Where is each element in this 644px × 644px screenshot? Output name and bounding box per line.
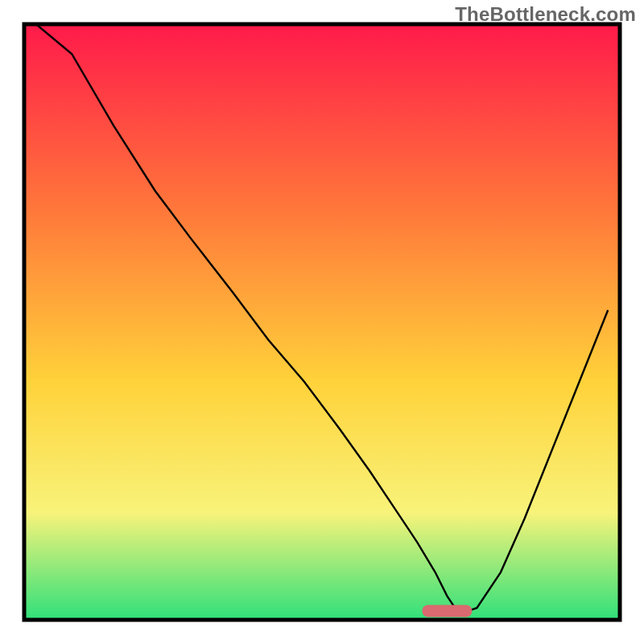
bottleneck-chart: TheBottleneck.com bbox=[0, 0, 644, 644]
chart-svg bbox=[0, 0, 644, 644]
plot-background bbox=[24, 24, 620, 620]
optimal-marker bbox=[422, 605, 472, 617]
attribution-watermark: TheBottleneck.com bbox=[455, 3, 636, 26]
